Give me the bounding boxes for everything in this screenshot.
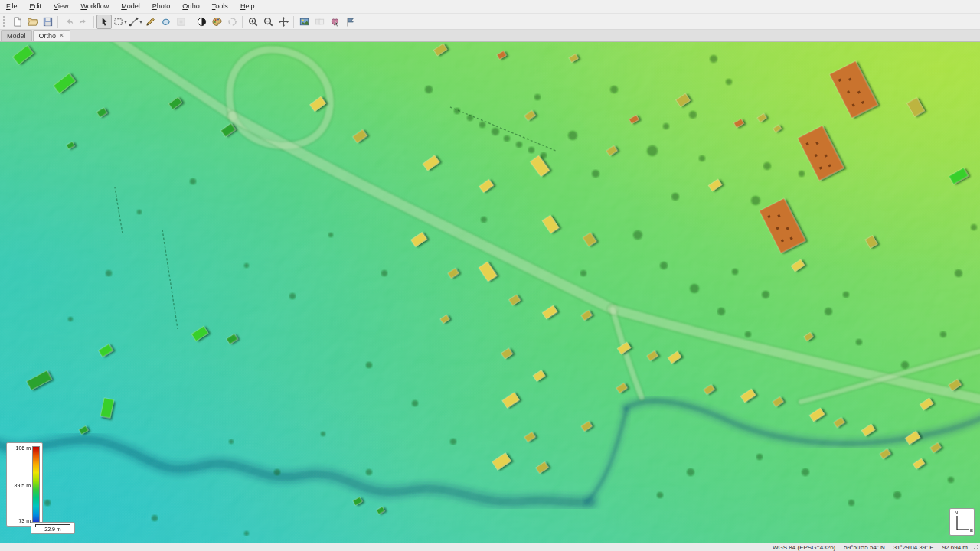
legend-max-label: 106 m <box>16 445 31 451</box>
redo-icon <box>78 16 90 28</box>
split-view-icon <box>314 16 325 28</box>
longitude-value: 31°29'04.39" E <box>893 544 934 551</box>
patch-icon <box>175 16 187 28</box>
new-document-icon <box>11 16 23 28</box>
toolbar-separator <box>191 16 191 28</box>
redo-button <box>76 15 91 29</box>
shapes-button[interactable] <box>327 15 342 29</box>
open-project-icon <box>27 16 38 28</box>
rectangle-selection-button[interactable]: ▾ <box>112 15 127 29</box>
reset-view-icon <box>278 16 289 28</box>
latitude-value: 59°50'55.54" N <box>844 544 884 551</box>
ortho-viewport[interactable]: 106 m 89.5 m 73 m 22.9 m N E <box>0 42 980 543</box>
menu-edit[interactable]: Edit <box>24 0 48 13</box>
tab-model[interactable]: Model <box>1 30 32 41</box>
patch-button <box>173 15 188 29</box>
menu-file[interactable]: File <box>0 0 24 13</box>
orientation-indicator: N E <box>949 508 975 536</box>
draw-pencil-button[interactable] <box>142 15 158 29</box>
tab-close-icon[interactable]: ✕ <box>59 33 64 39</box>
undo-icon <box>63 16 74 28</box>
north-label: N <box>955 510 958 515</box>
menu-view[interactable]: View <box>47 0 74 13</box>
save-project-button[interactable] <box>40 15 55 29</box>
menu-help[interactable]: Help <box>234 0 261 13</box>
flag-button[interactable] <box>342 15 358 29</box>
menu-photo[interactable]: Photo <box>146 0 177 13</box>
palette-button[interactable] <box>209 15 224 29</box>
legend-min-label: 73 m <box>18 518 31 523</box>
zoom-out-button[interactable] <box>260 15 276 29</box>
brightness-contrast-icon <box>196 16 207 28</box>
status-bar: WGS 84 (EPSG::4326) 59°50'55.54" N 31°29… <box>0 543 980 551</box>
navigation-cursor-button[interactable] <box>96 15 112 29</box>
flag-icon <box>345 16 356 28</box>
draw-polygon-icon <box>160 16 172 28</box>
application-window: FileEditViewWorkflowModelPhotoOrthoTools… <box>0 0 980 551</box>
tab-label: Ortho <box>39 31 57 41</box>
dem-elevation-map <box>0 42 980 543</box>
shapes-icon <box>329 16 341 28</box>
rotate-button <box>224 15 240 29</box>
north-east-axes: N E <box>950 509 974 535</box>
draw-pencil-icon <box>145 16 156 28</box>
toolbar-separator <box>293 16 294 28</box>
new-document-button[interactable] <box>9 15 24 29</box>
scale-bar-label: 22.9 m <box>35 527 70 532</box>
brightness-contrast-button[interactable] <box>194 15 209 29</box>
menu-ortho[interactable]: Ortho <box>176 0 206 13</box>
scale-bar: 22.9 m <box>31 522 75 534</box>
resize-grip-icon <box>972 543 979 550</box>
orthophoto-icon <box>299 16 310 28</box>
elevation-gradient-bar <box>32 446 40 524</box>
undo-button <box>60 15 76 29</box>
elevation-legend: 106 m 89.5 m 73 m <box>6 442 43 527</box>
split-view-button <box>312 15 327 29</box>
palette-icon <box>211 16 223 28</box>
rectangle-selection-icon <box>113 16 124 28</box>
toolbar: ▾▾ <box>0 14 980 30</box>
ruler-button[interactable]: ▾ <box>127 15 142 29</box>
toolbar-grip[interactable] <box>3 16 7 27</box>
rotate-icon <box>227 16 238 28</box>
east-label: E <box>970 528 973 533</box>
tab-bar: ModelOrtho✕ <box>0 30 980 42</box>
draw-polygon-button[interactable] <box>158 15 173 29</box>
toolbar-separator <box>242 16 243 28</box>
ruler-icon <box>128 16 139 28</box>
save-project-icon <box>42 16 54 28</box>
altitude-value: 92.694 m <box>942 544 968 551</box>
zoom-in-icon <box>247 16 259 28</box>
zoom-in-button[interactable] <box>245 15 260 29</box>
legend-mid-label: 89.5 m <box>15 483 31 488</box>
tab-ortho[interactable]: Ortho✕ <box>33 30 70 41</box>
crs-label: WGS 84 (EPSG::4326) <box>773 544 835 551</box>
open-project-button[interactable] <box>24 15 40 29</box>
zoom-out-icon <box>263 16 274 28</box>
tab-label: Model <box>7 31 26 41</box>
menu-workflow[interactable]: Workflow <box>74 0 115 13</box>
reset-view-button[interactable] <box>276 15 291 29</box>
toolbar-separator <box>57 16 58 28</box>
menu-model[interactable]: Model <box>115 0 146 13</box>
navigation-cursor-icon <box>99 16 110 28</box>
menu-tools[interactable]: Tools <box>206 0 234 13</box>
menu-bar: FileEditViewWorkflowModelPhotoOrthoTools… <box>0 0 980 14</box>
toolbar-separator <box>93 16 94 28</box>
orthophoto-button[interactable] <box>296 15 312 29</box>
